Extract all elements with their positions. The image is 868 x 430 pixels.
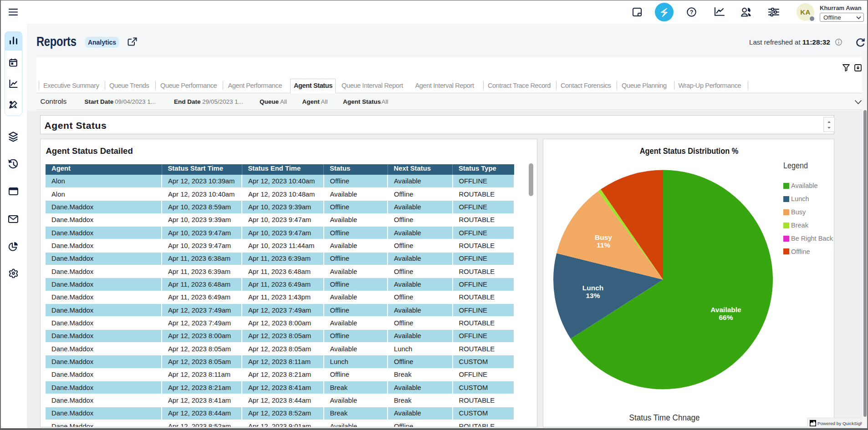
svg-text:?: ? <box>690 9 694 15</box>
